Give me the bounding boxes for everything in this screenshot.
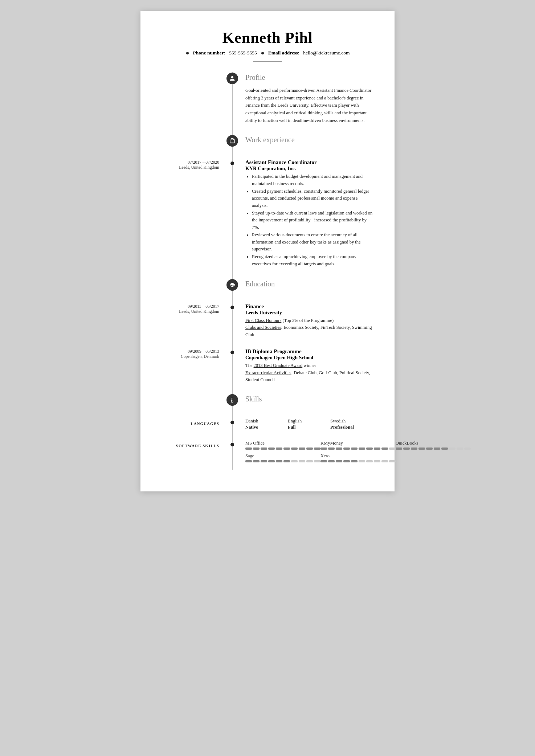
skills-left bbox=[162, 393, 226, 418]
bar bbox=[253, 460, 260, 462]
bar bbox=[328, 460, 335, 462]
work-center bbox=[226, 134, 239, 159]
bar bbox=[261, 460, 267, 462]
briefcase-svg bbox=[229, 138, 235, 144]
sw-quickbooks-bars bbox=[396, 448, 471, 450]
work-entry-1-left: 07/2017 – 07/2020 Leeds, United Kingdom bbox=[162, 159, 226, 278]
languages-left: LANGUAGES bbox=[162, 418, 226, 441]
lang-english-level: Full bbox=[288, 425, 330, 430]
software-label: SOFTWARE SKILLS bbox=[162, 444, 219, 448]
bar-empty bbox=[299, 460, 305, 462]
work-entry-1-jobtitle: Assistant Finance Coordinator bbox=[245, 159, 373, 165]
bar bbox=[403, 448, 410, 450]
edu-entry-2-center bbox=[226, 348, 239, 393]
work-bullet-1: Participated in the budget development a… bbox=[252, 173, 373, 187]
work-entry-1-center bbox=[226, 159, 239, 278]
lang-danish-level: Native bbox=[245, 425, 288, 430]
bar bbox=[381, 448, 388, 450]
edu-entry-2-detail1-pre: The bbox=[245, 363, 254, 368]
work-left bbox=[162, 134, 226, 159]
edu-entry-2-detail1: The 2013 Best Graduate Award winner bbox=[245, 362, 373, 369]
work-entry-1-content: Assistant Finance Coordinator KYR Corpor… bbox=[239, 159, 373, 278]
work-content: Work experience bbox=[239, 134, 373, 159]
profile-icon bbox=[226, 73, 238, 84]
edu-entry-2-detail1-underline: 2013 Best Graduate Award bbox=[254, 363, 303, 368]
sw-msoffice: MS Office bbox=[245, 441, 320, 450]
software-row-2: Sage bbox=[245, 453, 471, 462]
sw-quickbooks: QuickBooks bbox=[396, 441, 471, 450]
bar bbox=[396, 448, 402, 450]
work-entry-1: 07/2017 – 07/2020 Leeds, United Kingdom … bbox=[162, 159, 373, 278]
edu-entry-1-detail1-underline: First Class Honours bbox=[245, 318, 281, 323]
lang-english: English Full bbox=[288, 418, 330, 431]
edu-entry-1-detail2: Clubs and Societies: Economics Society, … bbox=[245, 324, 373, 338]
sw-kmymoney-name: KMyMoney bbox=[320, 441, 396, 446]
edu-left bbox=[162, 278, 226, 303]
email-label: Email address: bbox=[268, 50, 299, 56]
edu-entry-2-detail1-rest: winner bbox=[302, 363, 316, 368]
education-section: Education bbox=[162, 278, 373, 303]
bar bbox=[374, 448, 380, 450]
skills-icon bbox=[226, 394, 238, 406]
bar bbox=[306, 448, 313, 450]
software-center bbox=[226, 441, 239, 470]
resume-header: Kenneth Pihl Phone number: 555-555-5555 … bbox=[162, 29, 373, 62]
bar-empty bbox=[291, 460, 298, 462]
edu-content: Education bbox=[239, 278, 373, 303]
edu-entry-2-left: 09/2009 – 05/2013 Copenhagen, Denmark bbox=[162, 348, 226, 393]
edu-entry-1-detail2-underline: Clubs and Societies bbox=[245, 325, 281, 330]
edu-entry-1-school: Leeds University bbox=[245, 310, 373, 316]
bar-empty bbox=[374, 460, 380, 462]
work-title: Work experience bbox=[245, 134, 373, 144]
bar-empty bbox=[449, 448, 456, 450]
bar bbox=[359, 448, 365, 450]
bar bbox=[336, 448, 342, 450]
sw-sage-name: Sage bbox=[245, 453, 320, 459]
bar-empty bbox=[389, 460, 396, 462]
edu-center bbox=[226, 278, 239, 303]
work-bullet-5: Recognized as a top-achieving employee b… bbox=[252, 253, 373, 267]
bar bbox=[343, 448, 350, 450]
edu-entry-1-center bbox=[226, 303, 239, 348]
profile-section: Profile Goal-oriented and performance-dr… bbox=[162, 72, 373, 134]
vline-work-entry1 bbox=[232, 159, 233, 278]
bar bbox=[245, 448, 252, 450]
edu-entry-2-detail2-underline: Extracurricular Activities bbox=[245, 370, 291, 375]
bar bbox=[261, 448, 267, 450]
phone-value: 555-555-5555 bbox=[229, 50, 257, 56]
edu-entry-1-content: Finance Leeds University First Class Hon… bbox=[239, 303, 373, 348]
sw-empty bbox=[396, 453, 471, 462]
work-bullet-4: Reviewed various documents to ensure the… bbox=[252, 232, 373, 253]
contact-dot-2 bbox=[261, 52, 264, 54]
sw-kmymoney: KMyMoney bbox=[320, 441, 396, 450]
edu-entry-1-bullet bbox=[230, 306, 234, 309]
bar bbox=[276, 460, 282, 462]
sw-kmymoney-bars bbox=[320, 448, 396, 450]
resume-page: Kenneth Pihl Phone number: 555-555-5555 … bbox=[140, 11, 395, 491]
bar-empty bbox=[366, 460, 373, 462]
bar-empty bbox=[464, 448, 471, 450]
languages-bullet bbox=[230, 421, 234, 424]
lang-swedish-level: Professional bbox=[330, 425, 373, 430]
vline-edu-entry1 bbox=[232, 303, 233, 348]
bar bbox=[283, 460, 290, 462]
bar-empty bbox=[381, 460, 388, 462]
skills-section: Skills bbox=[162, 393, 373, 418]
edu-icon bbox=[226, 279, 238, 291]
bar-empty bbox=[389, 448, 396, 450]
bar bbox=[336, 460, 342, 462]
flask-svg bbox=[229, 397, 235, 403]
skills-title: Skills bbox=[245, 393, 373, 403]
sw-sage: Sage bbox=[245, 453, 320, 462]
skills-content: Skills bbox=[239, 393, 373, 418]
languages-names-row: Danish Native English Full Swedish Profe… bbox=[245, 418, 373, 431]
edu-entry-2-content: IB Diploma Programme Copenhagen Open Hig… bbox=[239, 348, 373, 393]
bar-empty bbox=[314, 460, 320, 462]
bar bbox=[314, 448, 320, 450]
edu-entry-2-degree: IB Diploma Programme bbox=[245, 348, 373, 355]
bar bbox=[351, 448, 358, 450]
contact-line: Phone number: 555-555-5555 Email address… bbox=[162, 50, 373, 56]
sw-sage-bars bbox=[245, 460, 320, 462]
edu-entry-2-bullet bbox=[230, 351, 234, 354]
timeline: Profile Goal-oriented and performance-dr… bbox=[162, 72, 373, 470]
